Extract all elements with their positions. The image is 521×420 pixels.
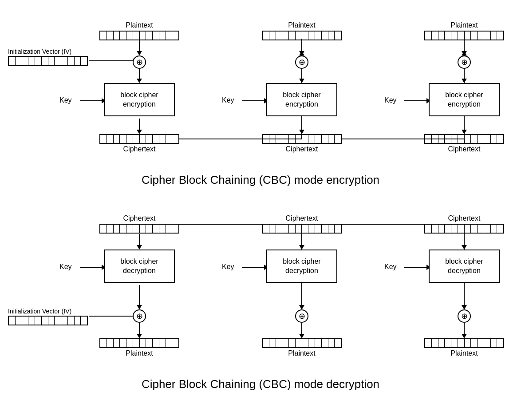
strip-cell: [438, 135, 445, 143]
strip-cell: [140, 32, 146, 40]
dec-col1-bot-label: Plaintext: [126, 349, 153, 357]
dec-xor1: ⊕: [133, 309, 146, 323]
enc-col2-bot-label: Ciphertext: [286, 145, 318, 153]
strip-cell: [120, 135, 126, 143]
strip-cell: [432, 135, 438, 143]
strip-cell: [471, 339, 478, 347]
dec-col3-top-strip: [424, 224, 504, 234]
enc-col3-bot-strip: [424, 134, 504, 144]
strip-cell: [172, 135, 178, 143]
strip-cell: [172, 339, 178, 347]
strip-cell: [159, 225, 166, 233]
strip-cell: [302, 339, 309, 347]
strip-cell: [484, 339, 491, 347]
strip-cell: [263, 225, 269, 233]
strip-cell: [48, 57, 55, 65]
strip-cell: [114, 225, 120, 233]
enc-col1-top-label: Plaintext: [126, 21, 153, 29]
strip-cell: [465, 32, 471, 40]
strip-cell: [276, 339, 283, 347]
strip-cell: [126, 225, 133, 233]
strip-cell: [61, 317, 68, 325]
strip-cell: [282, 339, 289, 347]
strip-cell: [133, 225, 140, 233]
strip-cell: [328, 32, 335, 40]
strip-cell: [484, 32, 491, 40]
encryption-section: Initialization Vector (IV) Plaintext ⊕ K…: [0, 9, 521, 195]
strip-cell: [28, 57, 35, 65]
dec-col3-bot-label: Plaintext: [450, 349, 478, 357]
enc-col3-top-strip: [424, 31, 504, 40]
strip-cell: [425, 135, 432, 143]
dec-cipher1: block cipher decryption: [104, 250, 175, 283]
strip-cell: [114, 135, 120, 143]
enc-col2-bot-strip: [262, 134, 342, 144]
strip-cell: [276, 135, 283, 143]
svg-marker-59: [462, 245, 467, 250]
strip-cell: [497, 135, 503, 143]
dec-section-title: Cipher Block Chaining (CBC) mode decrypt…: [142, 377, 379, 391]
strip-cell: [302, 32, 309, 40]
strip-cell: [166, 339, 173, 347]
dec-key3-label: Key: [384, 263, 397, 271]
strip-cell: [335, 339, 341, 347]
svg-marker-31: [462, 130, 467, 134]
svg-marker-43: [137, 334, 142, 338]
strip-cell: [432, 339, 438, 347]
strip-cell: [315, 225, 322, 233]
strip-cell: [133, 135, 140, 143]
strip-cell: [22, 57, 29, 65]
svg-marker-27: [462, 79, 467, 83]
strip-cell: [146, 225, 153, 233]
svg-marker-25: [462, 51, 467, 55]
strip-cell: [146, 135, 153, 143]
strip-cell: [100, 225, 107, 233]
strip-cell: [478, 339, 484, 347]
dec-cipher2: block cipher decryption: [266, 250, 337, 283]
svg-marker-13: [299, 51, 304, 55]
strip-cell: [425, 225, 432, 233]
strip-cell: [269, 32, 276, 40]
strip-cell: [497, 339, 503, 347]
strip-cell: [471, 135, 478, 143]
strip-cell: [35, 317, 42, 325]
strip-cell: [289, 339, 296, 347]
strip-cell: [478, 135, 484, 143]
strip-cell: [282, 32, 289, 40]
strip-cell: [445, 32, 451, 40]
strip-cell: [153, 339, 159, 347]
strip-cell: [126, 135, 133, 143]
strip-cell: [126, 339, 133, 347]
strip-cell: [166, 32, 173, 40]
enc-key3-label: Key: [384, 96, 397, 104]
strip-cell: [263, 32, 269, 40]
strip-cell: [465, 339, 471, 347]
dec-col1-top-strip: [99, 224, 179, 234]
strip-cell: [322, 32, 328, 40]
strip-cell: [497, 32, 503, 40]
strip-cell: [328, 225, 335, 233]
svg-marker-7: [137, 130, 142, 134]
strip-cell: [282, 135, 289, 143]
strip-cell: [308, 225, 315, 233]
svg-marker-39: [137, 305, 142, 309]
strip-cell: [100, 339, 107, 347]
strip-cell: [68, 317, 75, 325]
enc-col3-top-label: Plaintext: [450, 21, 478, 29]
strip-cell: [159, 32, 166, 40]
enc-col2-top-strip: [262, 31, 342, 40]
strip-cell: [126, 32, 133, 40]
strip-cell: [478, 225, 484, 233]
strip-cell: [308, 339, 315, 347]
dec-col1-top-label: Ciphertext: [123, 214, 156, 222]
strip-cell: [269, 135, 276, 143]
strip-cell: [315, 135, 322, 143]
strip-cell: [107, 135, 114, 143]
strip-cell: [35, 57, 42, 65]
strip-cell: [296, 339, 302, 347]
dec-xor3: ⊕: [458, 309, 471, 323]
strip-cell: [328, 135, 335, 143]
strip-cell: [269, 339, 276, 347]
strip-cell: [478, 32, 484, 40]
strip-cell: [61, 57, 68, 65]
